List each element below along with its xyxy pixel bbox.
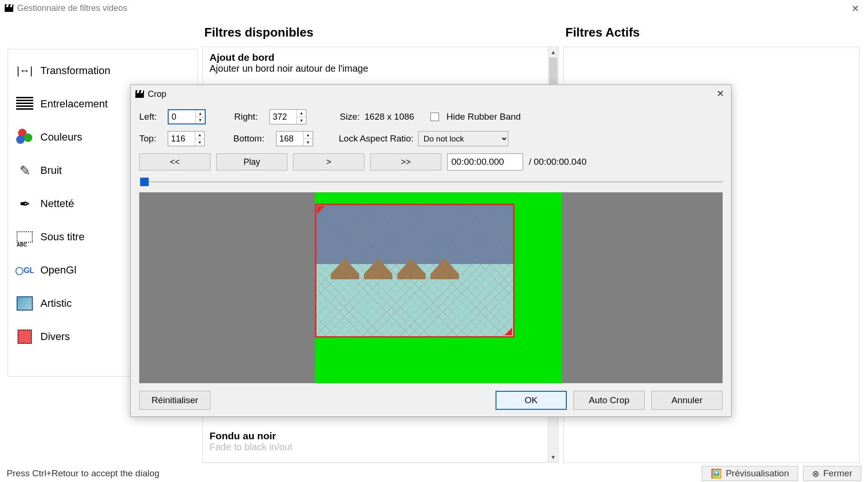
filter-entry[interactable]: Ajout de bord Ajouter un bord noir autou… — [203, 47, 558, 84]
filter-name: Ajout de bord — [210, 52, 552, 63]
cancel-button[interactable]: Annuler — [651, 391, 723, 410]
left-spinner[interactable]: ▲▼ — [168, 109, 206, 124]
category-label: Artistic — [40, 297, 72, 310]
status-hint: Press Ctrl+Retour to accept the dialog — [7, 468, 160, 479]
spin-up-icon[interactable]: ▲ — [195, 132, 204, 139]
filter-desc: Fade to black in/out — [210, 442, 541, 453]
category-label: Transformation — [40, 65, 110, 77]
dialog-title: Crop — [148, 89, 166, 99]
crop-preview[interactable] — [139, 192, 723, 383]
scroll-down-icon[interactable]: ▼ — [548, 452, 558, 463]
subtitle-icon — [17, 231, 33, 243]
spin-down-icon[interactable]: ▼ — [304, 139, 313, 146]
scrollbar-thumb[interactable] — [549, 57, 557, 84]
transport-rewind-button[interactable]: << — [139, 153, 210, 170]
category-label: Bruit — [40, 164, 62, 177]
transport-forward-button[interactable]: >> — [370, 153, 441, 170]
spin-up-icon[interactable]: ▲ — [297, 110, 306, 117]
time-current-field[interactable]: 00:00:00.000 — [447, 153, 523, 170]
transform-icon — [15, 61, 35, 81]
size-value: 1628 x 1086 — [364, 112, 414, 122]
left-input[interactable] — [169, 110, 195, 123]
crop-row-1: Left: ▲▼ Right: ▲▼ Size: 1628 x 1086 Hid… — [139, 108, 723, 126]
lock-aspect-ratio-select[interactable]: Do not lock — [418, 131, 508, 146]
noise-icon — [15, 161, 35, 180]
scroll-up-icon[interactable]: ▲ — [548, 47, 558, 57]
spin-down-icon[interactable]: ▼ — [196, 117, 205, 124]
right-input[interactable] — [270, 110, 296, 124]
active-heading: Filtres Actifs — [563, 21, 859, 47]
filter-desc: Ajouter un bord noir autour de l'image — [210, 63, 552, 74]
slider-thumb[interactable] — [140, 178, 149, 186]
reset-button[interactable]: Réinitialiser — [139, 391, 210, 410]
app-icon — [5, 4, 14, 12]
category-label: OpenGl — [40, 264, 76, 276]
available-heading: Filtres disponibles — [202, 21, 559, 47]
close-icon: ⊗ — [812, 468, 820, 479]
misc-icon — [18, 330, 32, 344]
category-label: Netteté — [40, 198, 74, 210]
time-slider[interactable] — [139, 177, 723, 187]
top-label: Top: — [139, 133, 163, 144]
hide-rubber-band-checkbox[interactable] — [430, 113, 439, 121]
autocrop-button[interactable]: Auto Crop — [573, 391, 645, 410]
category-label: Sous titre — [40, 231, 85, 243]
dialog-body: Left: ▲▼ Right: ▲▼ Size: 1628 x 1086 Hid… — [131, 103, 731, 416]
transport-step-button[interactable]: > — [293, 153, 364, 170]
crop-handle-top-left[interactable] — [317, 206, 325, 214]
crop-row-2: Top: ▲▼ Bottom: ▲▼ Lock Aspect Ratio: Do… — [139, 130, 723, 148]
category-label: Entrelacement — [40, 98, 108, 110]
filter-entry[interactable]: Fondu au noir Fade to black in/out — [203, 425, 548, 463]
dialog-titlebar: Crop — [131, 85, 731, 103]
crop-handle-bottom-right[interactable] — [505, 328, 512, 335]
category-label: Couleurs — [40, 131, 82, 143]
bottom-label: Bottom: — [233, 133, 271, 144]
close-label: Fermer — [823, 468, 852, 479]
bottom-input[interactable] — [277, 132, 303, 146]
time-total-label: / 00:00:00.040 — [529, 157, 587, 167]
window-close-button[interactable]: ✕ — [848, 2, 863, 15]
dialog-footer: Réinitialiser OK Auto Crop Annuler — [139, 387, 723, 410]
spin-down-icon[interactable]: ▼ — [195, 139, 204, 146]
dialog-icon — [135, 90, 144, 98]
right-spinner[interactable]: ▲▼ — [269, 109, 306, 124]
category-label: Divers — [40, 331, 70, 343]
preview-icon: 🖼️ — [711, 468, 722, 479]
opengl-icon — [15, 260, 35, 280]
sharpen-icon — [15, 194, 35, 214]
category-transformation[interactable]: Transformation — [8, 54, 197, 87]
preview-button[interactable]: 🖼️ Prévisualisation — [702, 466, 798, 481]
crop-dialog: Crop ✕ Left: ▲▼ Right: ▲▼ Size: 1628 x 1… — [130, 85, 732, 417]
dialog-close-button[interactable]: ✕ — [714, 88, 727, 99]
size-label: Size: — [340, 112, 360, 122]
status-bar: Press Ctrl+Retour to accept the dialog 🖼… — [0, 465, 868, 482]
top-input[interactable] — [168, 132, 195, 146]
left-label: Left: — [139, 112, 163, 122]
spin-up-icon[interactable]: ▲ — [304, 132, 313, 139]
window-title: Gestionnaire de filtres videos — [17, 0, 127, 16]
spin-up-icon[interactable]: ▲ — [196, 110, 205, 117]
interlace-icon — [16, 97, 33, 111]
close-button[interactable]: ⊗ Fermer — [803, 466, 861, 481]
top-spinner[interactable]: ▲▼ — [168, 131, 205, 146]
preview-label: Prévisualisation — [726, 468, 789, 479]
crop-rubber-band[interactable] — [315, 204, 515, 338]
spin-down-icon[interactable]: ▼ — [297, 117, 306, 124]
artistic-icon — [17, 296, 33, 311]
filter-name: Fondu au noir — [210, 430, 541, 442]
colors-icon — [16, 129, 33, 146]
window-titlebar: Gestionnaire de filtres videos — [0, 0, 868, 16]
transport-play-button[interactable]: Play — [216, 153, 287, 170]
slider-track — [139, 181, 723, 183]
lock-ar-label: Lock Aspect Ratio: — [339, 133, 413, 144]
right-label: Right: — [234, 112, 265, 122]
ok-button[interactable]: OK — [496, 391, 567, 410]
bottom-spinner[interactable]: ▲▼ — [276, 131, 313, 146]
hide-rubber-band-label: Hide Rubber Band — [447, 112, 521, 122]
transport-row: << Play > >> 00:00:00.000 / 00:00:00.040 — [139, 153, 723, 170]
